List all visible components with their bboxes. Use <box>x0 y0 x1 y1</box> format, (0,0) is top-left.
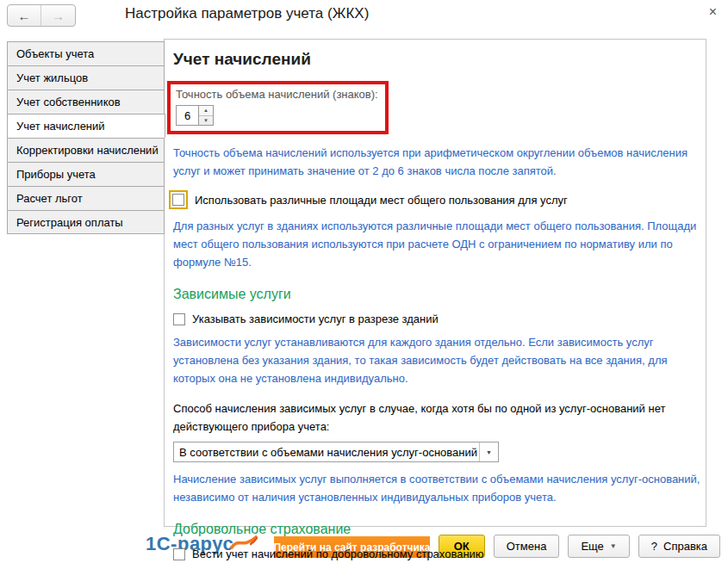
sidebar-item-benefits[interactable]: Расчет льгот <box>7 186 165 210</box>
sidebar-item-label: Учет жильцов <box>16 71 88 84</box>
dependent-services-row: Указывать зависимости услуг в разрезе зд… <box>173 312 702 325</box>
common-areas-label[interactable]: Использовать различные площади мест обще… <box>195 194 568 207</box>
spinner-down-button[interactable]: ▼ <box>199 116 213 126</box>
highlight-annotation: Точность объема начислений (знаков): 6 ▲… <box>167 81 389 134</box>
sidebar-item-label: Расчет льгот <box>16 192 83 205</box>
sidebar-item-residents[interactable]: Учет жильцов <box>7 65 165 90</box>
sidebar-item-corrections[interactable]: Корректировки начислений <box>7 138 165 162</box>
chevron-down-icon: ▼ <box>486 449 492 455</box>
common-areas-hint: Для разных услуг в зданиях используются … <box>173 217 702 271</box>
precision-stepper[interactable]: 6 ▲ ▼ <box>176 105 214 126</box>
close-button[interactable]: × <box>709 4 717 20</box>
sidebar-item-label: Учет начислений <box>16 120 105 133</box>
spinner-buttons: ▲ ▼ <box>199 105 214 126</box>
sidebar-item-label: Корректировки начислений <box>16 144 159 157</box>
forward-button[interactable]: → <box>41 5 75 26</box>
history-nav: ← → <box>7 4 76 27</box>
accrual-method-label: Способ начисления зависимых услуг в случ… <box>173 399 702 436</box>
back-arrow-icon: ← <box>18 9 31 23</box>
sidebar-item-label: Объекты учета <box>16 47 94 60</box>
accrual-method-value: В соответствии с объемами начисления усл… <box>174 442 479 461</box>
dependent-services-checkbox[interactable] <box>173 313 185 325</box>
spinner-up-icon: ▲ <box>203 108 208 113</box>
accruals-settings-panel: Учет начислений Точность объема начислен… <box>164 39 706 527</box>
spinner-down-icon: ▼ <box>203 118 208 123</box>
sidebar-item-meters[interactable]: Приборы учета <box>7 162 165 186</box>
insurance-heading: Добровольное страхование <box>173 522 702 537</box>
precision-label: Точность объема начислений (знаков): <box>176 88 378 101</box>
dependent-services-heading: Зависимые услуги <box>173 287 702 302</box>
settings-sidebar: Объекты учета Учет жильцов Учет собствен… <box>7 41 165 234</box>
precision-value[interactable]: 6 <box>176 105 199 126</box>
insurance-checkbox[interactable] <box>173 548 185 560</box>
sidebar-item-objects[interactable]: Объекты учета <box>7 41 165 65</box>
close-icon: × <box>709 4 717 19</box>
insurance-label[interactable]: Вести учет начислений по добровольному с… <box>192 548 484 560</box>
accrual-method-dropdown[interactable]: В соответствии с объемами начисления усл… <box>173 442 499 462</box>
window-title: Настройка параметров учета (ЖКХ) <box>125 5 369 22</box>
sidebar-item-label: Регистрация оплаты <box>16 216 123 229</box>
common-areas-row: Использовать различные площади мест обще… <box>173 190 702 209</box>
common-areas-checkbox[interactable] <box>172 194 184 206</box>
page-title: Учет начислений <box>173 50 702 69</box>
sidebar-item-label: Учет собственников <box>16 96 121 108</box>
sidebar-item-label: Приборы учета <box>16 168 96 181</box>
checkbox-focus-frame <box>169 190 188 209</box>
accrual-method-hint: Начисление зависимых услуг выполняется в… <box>173 470 702 506</box>
forward-arrow-icon: → <box>52 9 65 23</box>
sidebar-item-accruals[interactable]: Учет начислений <box>7 114 165 138</box>
spinner-up-button[interactable]: ▲ <box>199 106 213 116</box>
precision-hint: Точность объема начислений используется … <box>173 144 702 180</box>
insurance-row: Вести учет начислений по добровольному с… <box>173 548 702 560</box>
sidebar-item-payments[interactable]: Регистрация оплаты <box>7 210 165 234</box>
dropdown-arrow-button[interactable]: ▼ <box>479 442 498 461</box>
sidebar-item-owners[interactable]: Учет собственников <box>7 90 165 114</box>
dependent-services-hint: Зависимости услуг устанавливаются для ка… <box>173 333 702 387</box>
back-button[interactable]: ← <box>8 5 41 26</box>
dependent-services-label[interactable]: Указывать зависимости услуг в разрезе зд… <box>192 312 439 325</box>
